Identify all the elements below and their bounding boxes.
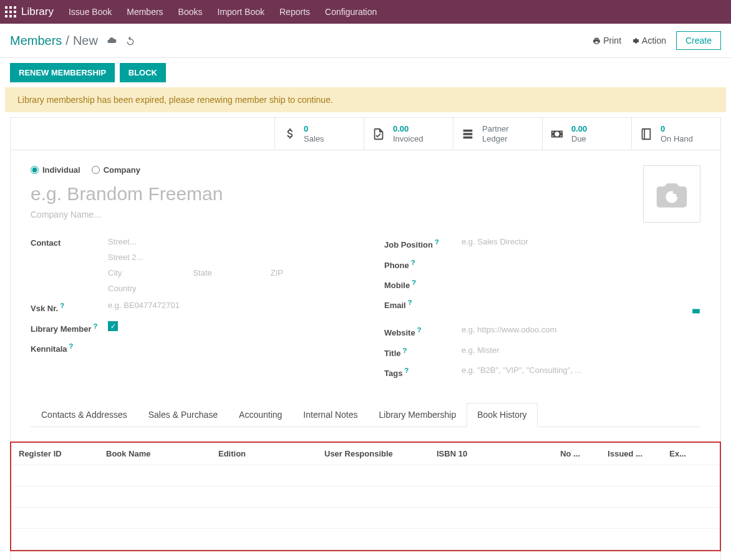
stat-sales-value: 0	[304, 124, 324, 134]
cloud-icon[interactable]	[107, 36, 117, 46]
breadcrumb-sep: /	[65, 34, 69, 48]
nav-import-book[interactable]: Import Book	[218, 7, 264, 17]
street2-field[interactable]: Street 2...	[108, 253, 347, 262]
breadcrumb-bar: Members / New Print Action Create	[0, 24, 731, 58]
discard-icon[interactable]	[125, 36, 135, 46]
block-button[interactable]: Block	[120, 63, 166, 82]
col-issued[interactable]: Issued ...	[586, 449, 642, 458]
alert-banner: Library membership has been expired, ple…	[5, 87, 726, 112]
table-row[interactable]	[11, 465, 720, 486]
col-ex[interactable]: Ex...	[649, 449, 686, 458]
title-field[interactable]	[462, 345, 700, 355]
stat-invoiced-label: Invoiced	[393, 134, 423, 144]
nav-books[interactable]: Books	[178, 7, 203, 17]
stat-ledger-l2: Ledger	[482, 134, 509, 144]
stat-onhand-label: On Hand	[661, 134, 693, 144]
country-field[interactable]: Country	[108, 284, 347, 293]
col-register-id[interactable]: Register ID	[19, 449, 106, 458]
stat-ledger-l1: Partner	[482, 124, 509, 134]
tabs: Contacts & Addresses Sales & Purchase Ac…	[31, 403, 700, 427]
table-row[interactable]	[11, 486, 720, 508]
stat-due-value: 0.00	[571, 124, 587, 134]
dollar-icon	[283, 127, 296, 141]
radio-individual[interactable]: Individual	[31, 165, 80, 175]
action-button-row: Renew Membership Block	[0, 58, 731, 87]
state-field[interactable]: State	[193, 268, 211, 278]
stat-onhand[interactable]: 0On Hand	[631, 118, 720, 150]
website-field[interactable]	[462, 325, 700, 334]
phone-field[interactable]	[462, 258, 700, 267]
nav-issue-book[interactable]: Issue Book	[69, 7, 112, 17]
library-member-checkbox[interactable]: ✓	[108, 321, 118, 331]
tab-sales[interactable]: Sales & Purchase	[138, 403, 228, 427]
tab-contacts[interactable]: Contacts & Addresses	[31, 403, 138, 427]
col-user[interactable]: User Responsible	[324, 449, 437, 458]
label-job: Job Position ?	[384, 237, 462, 249]
stat-sales-label: Sales	[304, 134, 324, 144]
kennitala-field[interactable]	[108, 341, 347, 350]
svg-rect-8	[14, 15, 16, 17]
breadcrumb-members[interactable]: Members	[10, 34, 62, 48]
book-history-table: Register ID Book Name Edition User Respo…	[10, 442, 721, 551]
zip-field[interactable]: ZIP	[271, 268, 283, 278]
table-row[interactable]	[11, 529, 720, 550]
col-isbn[interactable]: ISBN 10	[437, 449, 543, 458]
gear-icon	[631, 37, 639, 45]
image-upload[interactable]	[643, 165, 700, 223]
camera-plus-icon	[654, 176, 690, 212]
col-edition[interactable]: Edition	[218, 449, 324, 458]
nav-members[interactable]: Members	[127, 7, 163, 17]
tab-book-history[interactable]: Book History	[467, 403, 537, 427]
nav-configuration[interactable]: Configuration	[325, 7, 377, 17]
action-menu[interactable]: Action	[631, 36, 666, 46]
city-field[interactable]: City	[108, 268, 122, 278]
tab-accounting[interactable]: Accounting	[228, 403, 293, 427]
label-mobile: Mobile ?	[384, 278, 462, 290]
mobile-field[interactable]	[462, 278, 700, 287]
create-button[interactable]: Create	[676, 31, 721, 50]
breadcrumb-current: New	[73, 34, 98, 48]
street-field[interactable]: Street...	[108, 237, 347, 246]
svg-rect-6	[5, 15, 7, 17]
nav-reports[interactable]: Reports	[279, 7, 310, 17]
tab-notes[interactable]: Internal Notes	[293, 403, 368, 427]
print-icon	[593, 37, 601, 45]
label-tags: Tags ?	[384, 365, 462, 378]
svg-rect-5	[14, 11, 16, 13]
ledger-icon	[461, 127, 475, 141]
svg-rect-4	[9, 11, 12, 13]
invoice-icon	[372, 127, 385, 141]
vat-field[interactable]	[108, 301, 347, 310]
svg-rect-2	[14, 6, 16, 9]
tags-field[interactable]	[462, 365, 700, 375]
label-member: Library Member ?	[31, 321, 108, 334]
col-no[interactable]: No ...	[543, 449, 580, 458]
stat-sales[interactable]: 0Sales	[274, 118, 364, 150]
col-book-name[interactable]: Book Name	[106, 449, 218, 458]
table-row[interactable]	[11, 508, 720, 529]
name-field[interactable]	[31, 183, 500, 205]
print-label: Print	[603, 36, 621, 46]
app-brand[interactable]: Library	[21, 6, 54, 18]
label-website: Website ?	[384, 325, 462, 337]
job-field[interactable]	[462, 237, 700, 246]
print-action[interactable]: Print	[593, 36, 621, 46]
label-kennitala: Kennitala ?	[31, 341, 108, 354]
apps-icon[interactable]	[5, 6, 16, 17]
renew-membership-button[interactable]: Renew Membership	[10, 63, 115, 82]
table-header: Register ID Book Name Edition User Respo…	[11, 443, 720, 465]
label-title: Title ?	[384, 345, 462, 358]
stat-invoiced[interactable]: 0.00Invoiced	[364, 118, 453, 150]
money-icon	[550, 127, 564, 141]
stat-ledger[interactable]: PartnerLedger	[453, 118, 542, 150]
action-label: Action	[642, 36, 666, 46]
form-view: 0Sales 0.00Invoiced PartnerLedger 0.00Du…	[10, 117, 721, 560]
stat-due[interactable]: 0.00Due	[542, 118, 631, 150]
tab-membership[interactable]: Library Membership	[369, 403, 467, 427]
company-field[interactable]	[31, 210, 140, 220]
compose-email-icon[interactable]	[692, 307, 700, 317]
email-field[interactable]	[462, 297, 700, 307]
svg-rect-7	[9, 15, 12, 17]
radio-company[interactable]: Company	[92, 165, 140, 175]
label-contact: Contact	[31, 237, 108, 248]
